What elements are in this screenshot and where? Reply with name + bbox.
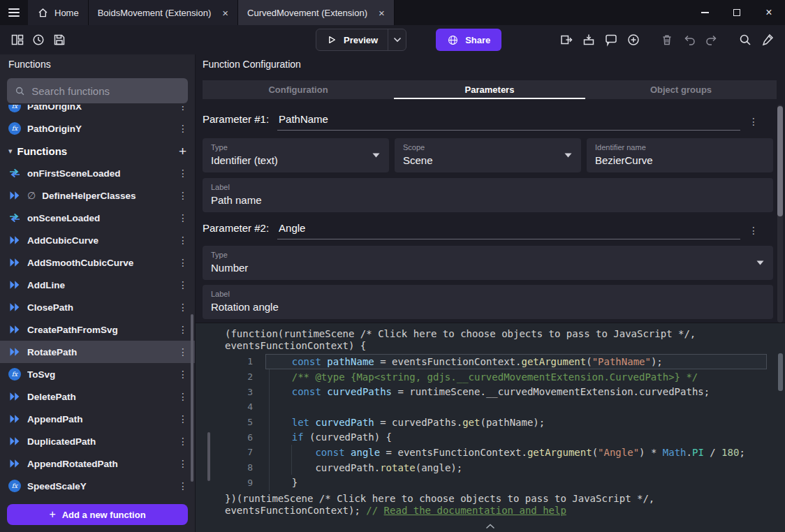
item-menu-icon[interactable]: ⋮ — [178, 105, 188, 112]
toolbar: Preview Share — [0, 25, 785, 54]
publish-icon[interactable] — [556, 29, 577, 50]
feedback-icon[interactable] — [601, 29, 622, 50]
parameter-1-name-input[interactable] — [277, 113, 740, 131]
parameter-2-menu-icon[interactable]: ⋮ — [749, 225, 758, 236]
item-menu-icon[interactable]: ⋮ — [178, 391, 188, 402]
minimize-button[interactable] — [689, 0, 721, 25]
theme-brush-icon[interactable] — [757, 29, 778, 50]
function-item-onSceneLoaded[interactable]: onSceneLoaded⋮ — [0, 207, 195, 229]
item-menu-icon[interactable]: ⋮ — [178, 324, 188, 335]
functions-section-header[interactable]: ▾Functions+ — [0, 140, 195, 162]
function-item-AddCubicCurve[interactable]: AddCubicCurve⋮ — [0, 229, 195, 251]
function-item-onFirstSceneLoaded[interactable]: onFirstSceneLoaded⋮ — [0, 162, 195, 184]
item-menu-icon[interactable]: ⋮ — [178, 212, 188, 223]
function-item-RotatePath[interactable]: RotatePath⋮ — [0, 341, 195, 363]
sidebar-scrollbar[interactable] — [191, 314, 193, 482]
code-line-1[interactable]: 1 const pathName = eventsFunctionContext… — [196, 354, 785, 369]
parameter-1-label-field[interactable]: Label Path name — [203, 178, 773, 212]
item-menu-icon[interactable]: ⋮ — [178, 480, 188, 492]
code-line-9[interactable]: 9 } — [196, 475, 785, 491]
action-function-icon — [8, 301, 21, 313]
collapse-caret-icon[interactable]: ▾ — [8, 147, 13, 156]
tab-home[interactable]: Home — [28, 0, 89, 25]
item-menu-icon[interactable]: ⋮ — [178, 123, 188, 134]
function-item-CreatePathFromSvg[interactable]: CreatePathFromSvg⋮ — [0, 318, 195, 341]
code-wrapper-top[interactable]: (function(runtimeScene /* Click here to … — [225, 328, 696, 351]
search-box[interactable] — [7, 78, 188, 103]
close-window-button[interactable]: × — [753, 0, 785, 25]
import-icon[interactable] — [578, 29, 599, 50]
tab-close-icon[interactable]: × — [379, 8, 385, 18]
item-menu-icon[interactable]: ⋮ — [178, 436, 188, 447]
editor-resize-handle[interactable] — [207, 432, 210, 481]
function-item-AddLine[interactable]: AddLine⋮ — [0, 274, 195, 296]
main-menu-button[interactable] — [0, 0, 28, 25]
redo-icon[interactable] — [701, 29, 722, 50]
config-tab-object-groups[interactable]: Object groups — [585, 80, 777, 99]
code-line-3[interactable]: 3 const curvedPaths = runtimeScene.__cur… — [196, 384, 785, 399]
add-function-icon[interactable]: + — [179, 145, 186, 158]
code-line-4[interactable]: 4 — [196, 399, 785, 415]
item-menu-icon[interactable]: ⋮ — [178, 302, 188, 313]
documentation-link[interactable]: Read the documentation and help — [384, 505, 566, 516]
config-tab-configuration[interactable]: Configuration — [203, 80, 394, 99]
code-line-5[interactable]: 5 let curvedPath = curvedPaths.get(pathN… — [196, 415, 785, 430]
tab-boidsmovement[interactable]: BoidsMovement (Extension) × — [89, 0, 238, 25]
function-item-AppendPath[interactable]: AppendPath⋮ — [0, 408, 195, 430]
function-item-ClosePath[interactable]: ClosePath⋮ — [0, 296, 195, 318]
function-item-PathOriginX[interactable]: fxPathOriginX⋮ — [0, 105, 195, 117]
add-circle-icon[interactable] — [623, 29, 644, 50]
parameter-2-name-input[interactable] — [277, 222, 740, 239]
item-menu-icon[interactable]: ⋮ — [178, 168, 188, 179]
tab-home-label: Home — [54, 8, 79, 18]
function-item-SpeedScaleY[interactable]: fxSpeedScaleY⋮ — [0, 475, 195, 497]
collapse-editor-icon[interactable] — [485, 520, 495, 531]
javascript-code-editor[interactable]: (function(runtimeScene /* Click here to … — [196, 323, 785, 532]
tab-close-icon[interactable]: × — [222, 8, 228, 18]
code-wrapper-bottom[interactable]: })(runtimeScene /* Click here to choose … — [225, 493, 654, 516]
code-scrollbar-thumb[interactable] — [778, 353, 783, 391]
item-menu-icon[interactable]: ⋮ — [178, 346, 188, 357]
panel-scrollbar-thumb[interactable] — [777, 106, 783, 216]
parameter-2-type-select[interactable]: Type Number — [203, 246, 773, 280]
history-icon[interactable] — [28, 29, 49, 50]
item-menu-icon[interactable]: ⋮ — [178, 235, 188, 246]
search-icon[interactable] — [735, 29, 756, 50]
item-menu-icon[interactable]: ⋮ — [178, 369, 188, 380]
trash-icon[interactable] — [656, 29, 677, 50]
item-menu-icon[interactable]: ⋮ — [178, 190, 188, 201]
item-menu-icon[interactable]: ⋮ — [178, 279, 188, 290]
tab-curvedmovement[interactable]: CurvedMovement (Extension) × — [238, 0, 395, 25]
function-item-DeletePath[interactable]: DeletePath⋮ — [0, 385, 195, 408]
code-line-2[interactable]: 2 /** @type {Map<string, gdjs.__curvedMo… — [196, 369, 785, 385]
item-menu-icon[interactable]: ⋮ — [178, 413, 188, 424]
parameter-1-identifier-field[interactable]: Identifier name BezierCurve — [587, 138, 773, 172]
maximize-button[interactable] — [721, 0, 753, 25]
preview-options-button[interactable] — [388, 29, 406, 50]
item-menu-icon[interactable]: ⋮ — [178, 257, 188, 268]
empty-set-symbol: ∅ — [27, 190, 36, 201]
function-item-ToSvg[interactable]: fxToSvg⋮ — [0, 363, 195, 385]
function-item-AddSmoothCubicCurve[interactable]: AddSmoothCubicCurve⋮ — [0, 251, 195, 274]
function-item-AppendRotatedPath[interactable]: AppendRotatedPath⋮ — [0, 452, 195, 475]
preview-button[interactable]: Preview — [316, 29, 388, 50]
save-icon[interactable] — [49, 29, 70, 50]
parameter-2-label-field[interactable]: Label Rotation angle — [203, 285, 773, 319]
function-item-DefineHelperClasses[interactable]: ∅DefineHelperClasses⋮ — [0, 184, 195, 207]
add-new-function-button[interactable]: + Add a new function — [7, 504, 188, 525]
undo-icon[interactable] — [679, 29, 700, 50]
parameter-1-scope-select[interactable]: Scope Scene — [395, 138, 581, 172]
code-line-7[interactable]: 7 const angle = eventsFunctionContext.ge… — [196, 445, 785, 460]
function-item-DuplicatedPath[interactable]: DuplicatedPath⋮ — [0, 430, 195, 452]
function-item-PathOriginY[interactable]: fxPathOriginY⋮ — [0, 117, 195, 140]
chevron-down-icon — [393, 37, 402, 43]
project-panels-icon[interactable] — [7, 29, 28, 50]
item-menu-icon[interactable]: ⋮ — [178, 458, 188, 469]
config-tab-parameters[interactable]: Parameters — [394, 80, 585, 99]
code-line-6[interactable]: 6 if (curvedPath) { — [196, 429, 785, 445]
parameter-1-type-select[interactable]: Type Identifier (text) — [203, 138, 389, 172]
share-button[interactable]: Share — [436, 29, 501, 51]
parameter-1-menu-icon[interactable]: ⋮ — [749, 116, 758, 127]
search-input[interactable] — [31, 85, 180, 97]
code-line-8[interactable]: 8 curvedPath.rotate(angle); — [196, 460, 785, 475]
